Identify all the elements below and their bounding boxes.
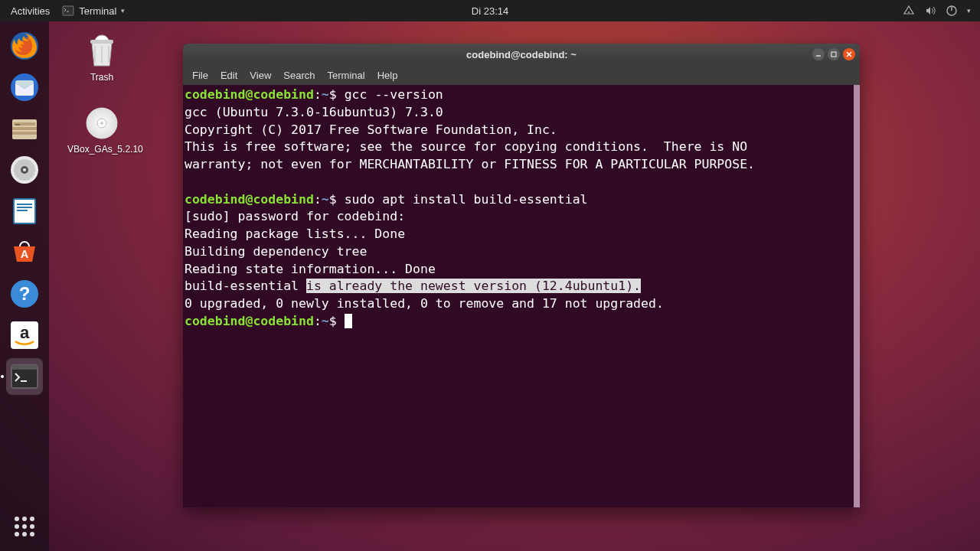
help-icon: ? — [9, 279, 40, 309]
dock-rhythmbox[interactable] — [6, 152, 43, 188]
menu-file[interactable]: File — [186, 67, 214, 83]
gnome-top-panel: Activities Terminal ▾ Di 23:14 ▾ — [0, 0, 980, 21]
menu-view[interactable]: View — [243, 67, 277, 83]
terminal-icon — [9, 361, 40, 392]
svg-rect-16 — [17, 204, 32, 205]
dock-thunderbird[interactable] — [6, 69, 43, 106]
power-icon — [946, 5, 958, 17]
dock-terminal[interactable] — [6, 358, 43, 395]
dock-show-apps[interactable] — [6, 508, 43, 545]
svg-point-34 — [30, 532, 34, 536]
close-button[interactable] — [843, 48, 855, 60]
svg-rect-18 — [17, 210, 28, 211]
prompt-path: ~ — [322, 87, 329, 102]
dock-firefox[interactable] — [6, 28, 43, 64]
terminal-output: 0 upgraded, 0 newly installed, 0 to remo… — [185, 295, 858, 313]
svg-text:a: a — [20, 323, 30, 342]
terminal-window: codebind@codebind: ~ File Edit View Sear… — [183, 44, 860, 507]
svg-rect-17 — [17, 207, 32, 208]
desktop-vbox-ga[interactable]: VBox_GAs_5.2.10 — [67, 106, 136, 155]
terminal-output: [sudo] password for codebind: — [185, 208, 858, 226]
amazon-icon: a — [9, 320, 40, 350]
clock[interactable]: Di 23:14 — [472, 5, 508, 17]
desktop-icon-label: VBox_GAs_5.2.10 — [67, 144, 136, 155]
chevron-down-icon: ▾ — [121, 7, 125, 15]
close-icon — [846, 51, 852, 57]
maximize-icon — [831, 51, 837, 57]
window-titlebar[interactable]: codebind@codebind: ~ — [183, 44, 860, 65]
prompt-user: codebind@codebind — [185, 314, 314, 328]
svg-rect-8 — [12, 127, 37, 130]
svg-point-32 — [15, 532, 19, 536]
svg-point-27 — [22, 517, 27, 521]
command-text: sudo apt install build-essential — [345, 192, 588, 207]
selected-text: is already the newest version (12.4ubunt… — [306, 279, 641, 293]
terminal-output: Building dependency tree — [185, 243, 858, 261]
dock-amazon[interactable]: a — [6, 317, 43, 354]
prompt-user: codebind@codebind — [185, 87, 314, 102]
trash-icon — [84, 34, 119, 69]
dock-ubuntu-software[interactable]: A — [6, 234, 43, 271]
dock-help[interactable]: ? — [6, 276, 43, 312]
prompt-path: ~ — [322, 192, 329, 207]
cursor — [345, 314, 352, 328]
chevron-down-icon: ▾ — [967, 7, 971, 15]
svg-point-26 — [15, 517, 19, 521]
dock-files[interactable] — [6, 110, 43, 147]
rhythmbox-icon — [9, 155, 40, 185]
terminal-output: warranty; not even for MERCHANTABILITY o… — [185, 156, 858, 174]
minimize-button[interactable] — [812, 48, 825, 60]
ubuntu-dock: A ? a — [0, 21, 49, 551]
thunderbird-icon — [9, 72, 40, 103]
svg-point-31 — [30, 524, 34, 529]
svg-point-28 — [30, 517, 34, 521]
terminal-content[interactable]: codebind@codebind:~$ gcc --version gcc (… — [183, 85, 860, 507]
svg-rect-25 — [11, 365, 38, 370]
svg-point-39 — [100, 122, 103, 125]
terminal-icon — [62, 5, 74, 17]
firefox-icon — [9, 31, 40, 61]
volume-icon — [924, 5, 936, 17]
software-icon: A — [9, 237, 40, 268]
desktop-trash[interactable]: Trash — [67, 34, 136, 83]
terminal-output: Reading state information... Done — [185, 261, 858, 279]
svg-point-1 — [908, 11, 910, 13]
disc-icon — [84, 106, 119, 141]
svg-text:?: ? — [19, 283, 31, 304]
system-tray[interactable]: ▾ — [903, 5, 980, 17]
desktop-icon-label: Trash — [67, 72, 136, 83]
scrollbar[interactable] — [854, 85, 860, 507]
terminal-output: Copyright (C) 2017 Free Software Foundat… — [185, 122, 858, 139]
svg-rect-9 — [12, 132, 37, 135]
terminal-output: gcc (Ubuntu 7.3.0-16ubuntu3) 7.3.0 — [185, 104, 858, 122]
svg-rect-0 — [63, 6, 74, 15]
prompt-user: codebind@codebind — [185, 192, 314, 207]
menu-terminal[interactable]: Terminal — [322, 67, 371, 83]
menu-edit[interactable]: Edit — [214, 67, 243, 83]
svg-text:A: A — [21, 248, 28, 260]
app-menu[interactable]: Terminal ▾ — [57, 5, 129, 17]
network-icon — [903, 5, 915, 17]
terminal-menubar: File Edit View Search Terminal Help — [183, 65, 860, 85]
dock-libreoffice-writer[interactable] — [6, 193, 43, 230]
prompt-path: ~ — [322, 314, 329, 328]
maximize-button[interactable] — [828, 48, 840, 60]
menu-help[interactable]: Help — [371, 67, 404, 83]
terminal-output: This is free software; see the source fo… — [185, 139, 858, 156]
activities-button[interactable]: Activities — [6, 5, 54, 17]
apps-grid-icon — [9, 511, 40, 542]
svg-rect-40 — [831, 52, 836, 57]
window-title: codebind@codebind: ~ — [466, 49, 577, 60]
writer-icon — [9, 196, 40, 227]
svg-point-13 — [23, 168, 26, 171]
command-text: gcc --version — [345, 87, 443, 102]
minimize-icon — [815, 51, 822, 57]
svg-point-30 — [22, 524, 27, 529]
svg-point-29 — [15, 524, 19, 529]
app-menu-label: Terminal — [79, 5, 116, 17]
svg-point-33 — [22, 532, 27, 536]
files-icon — [9, 113, 40, 144]
terminal-output: Reading package lists... Done — [185, 226, 858, 243]
menu-search[interactable]: Search — [277, 67, 321, 83]
svg-rect-7 — [15, 124, 20, 126]
